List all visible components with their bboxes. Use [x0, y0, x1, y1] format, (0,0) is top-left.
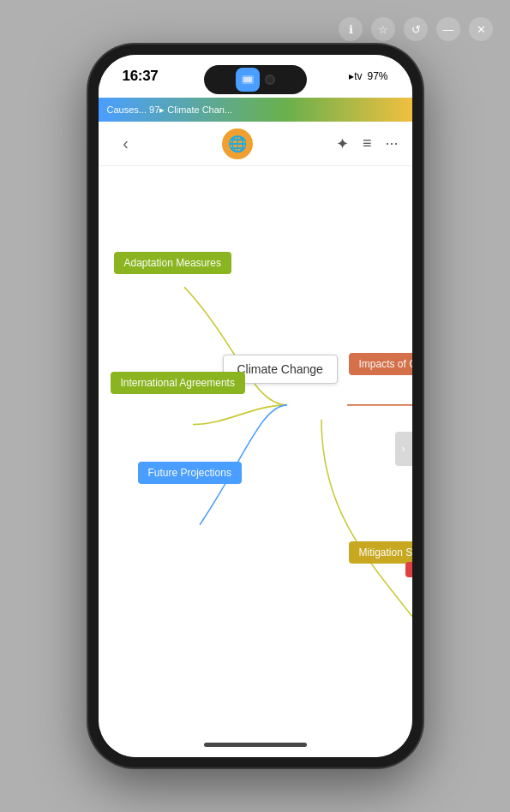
refresh-button[interactable]: ↺ [404, 17, 428, 41]
list-icon[interactable]: ≡ [363, 134, 372, 152]
status-right: ▸tv 97% [349, 70, 387, 82]
connections-svg [99, 166, 412, 731]
back-button[interactable]: ‹ [112, 130, 140, 158]
app-header: ‹ 🌐 ✦ ≡ ··· [99, 122, 412, 166]
home-bar [204, 743, 307, 747]
svg-rect-1 [243, 77, 252, 82]
red-dot-indicator [405, 562, 412, 577]
node-impacts-label: Impacts of Climate Chan [359, 358, 412, 370]
window-controls: ℹ ☆ ↺ — ✕ [339, 17, 493, 41]
dynamic-island [204, 65, 307, 94]
status-time: 16:37 [123, 68, 159, 85]
node-international[interactable]: International Agreements [111, 372, 245, 394]
wand-icon[interactable]: ✦ [336, 134, 349, 153]
camera-dot [265, 75, 275, 85]
header-actions: ✦ ≡ ··· [336, 134, 399, 153]
node-impacts[interactable]: Impacts of Climate Chan [349, 353, 412, 375]
node-climate-change-label: Climate Change [237, 362, 323, 376]
node-international-label: International Agreements [121, 377, 235, 389]
status-bar: 16:37 ▸tv 97% [99, 55, 412, 98]
mindmap-area[interactable]: Climate Change Adaptation Measures Inter… [99, 166, 412, 731]
notification-bar[interactable]: Causes... 97▸ Climate Chan... [99, 98, 412, 122]
notification-text: Causes... 97▸ Climate Chan... [107, 104, 233, 116]
node-mitigation[interactable]: Mitigation Strategies [349, 541, 412, 564]
node-future[interactable]: Future Projections [138, 462, 242, 484]
star-button[interactable]: ☆ [371, 17, 395, 41]
minimize-button[interactable]: — [436, 17, 460, 41]
home-indicator [99, 731, 412, 757]
node-adaptation-label: Adaptation Measures [124, 257, 221, 269]
app-icon [236, 68, 260, 92]
header-center: 🌐 [140, 128, 336, 159]
battery-label: 97% [367, 70, 387, 82]
node-future-label: Future Projections [148, 467, 231, 479]
phone-frame: 16:37 ▸tv 97% Causes... 97▸ Climate Chan… [88, 45, 423, 767]
node-adaptation[interactable]: Adaptation Measures [114, 252, 231, 274]
tv-label: ▸tv [349, 70, 362, 82]
close-button[interactable]: ✕ [469, 17, 493, 41]
chevron-right-icon: › [402, 443, 405, 455]
info-button[interactable]: ℹ [339, 17, 363, 41]
more-icon[interactable]: ··· [385, 134, 398, 152]
side-scroll-indicator[interactable]: › [395, 432, 412, 466]
node-mitigation-label: Mitigation Strategies [359, 546, 412, 558]
globe-icon: 🌐 [222, 128, 253, 159]
phone-screen: 16:37 ▸tv 97% Causes... 97▸ Climate Chan… [99, 55, 412, 757]
